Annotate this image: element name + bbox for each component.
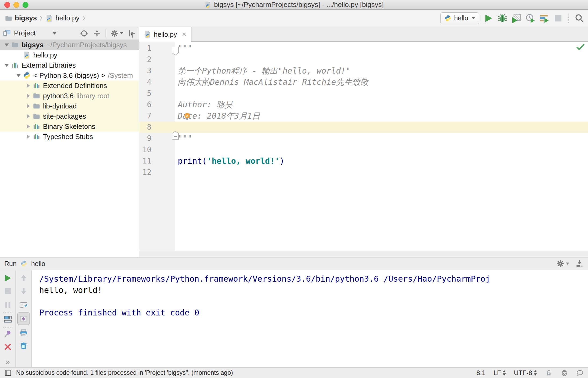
editor-line-11[interactable]: 11print('hello, world!'): [139, 155, 588, 167]
editor-line-7[interactable]: 7Date: 2018年3月1日: [139, 110, 588, 122]
zoom-button[interactable]: [23, 2, 28, 8]
feedback-bubble-icon[interactable]: [576, 369, 584, 377]
more-actions-button[interactable]: »: [5, 358, 10, 366]
breadcrumb-item-bigsys[interactable]: bigsys: [15, 14, 37, 22]
editor-line-5[interactable]: 5: [139, 88, 588, 99]
code-editor[interactable]: 1"""23第一个Python程序 - 输出"hello, world!"4向伟…: [139, 42, 588, 251]
editor-line-10[interactable]: 10: [139, 144, 588, 155]
inspection-ok-icon: [576, 42, 585, 52]
pin-tab-button[interactable]: [3, 330, 12, 338]
console-line: hello, world!: [39, 285, 588, 296]
tree-item-label: Typeshed Stubs: [43, 133, 93, 141]
tree-item-external-libraries[interactable]: External Libraries: [0, 60, 139, 70]
settings-gear-icon[interactable]: [110, 29, 119, 38]
prev-trace-button-disabled: [19, 274, 28, 282]
hide-panel-button[interactable]: [128, 29, 136, 38]
run-settings-group[interactable]: [556, 259, 569, 268]
window-title: bigsys [~/PycharmProjects/bigsys] - .../…: [214, 1, 384, 9]
collapse-all-button[interactable]: [93, 29, 101, 38]
pyfile-icon: [45, 14, 53, 22]
rerun-button[interactable]: [3, 274, 12, 282]
editor-line-3[interactable]: 3第一个Python程序 - 输出"hello, world!": [139, 65, 588, 77]
concurrency-diagram-button[interactable]: [539, 13, 549, 23]
project-settings-group[interactable]: [106, 29, 123, 38]
tab-hello-py[interactable]: hello.py ×: [139, 27, 191, 42]
tree-item-typeshed-stubs[interactable]: Typeshed Stubs: [0, 132, 139, 142]
close-panel-button[interactable]: [3, 343, 12, 351]
close-button[interactable]: [4, 2, 10, 8]
tool-window-toggle-icon[interactable]: [4, 369, 12, 377]
python-icon: [23, 72, 31, 79]
select-opened-file-button[interactable]: [80, 29, 88, 38]
tree-open-arrow-icon[interactable]: [3, 43, 10, 46]
stop-button-disabled: [553, 13, 563, 23]
tree-open-arrow-icon[interactable]: [15, 74, 22, 77]
code-text: Author: 骆昊: [174, 99, 233, 110]
tree-closed-arrow-icon[interactable]: [25, 83, 32, 88]
tree-closed-arrow-icon[interactable]: [25, 124, 32, 129]
editor-line-6[interactable]: 6Author: 骆昊: [139, 99, 588, 110]
tree-closed-arrow-icon[interactable]: [25, 135, 32, 139]
editor-line-12[interactable]: 12: [139, 167, 588, 178]
run-panel-header: Run hello: [0, 257, 588, 270]
tree-item-hello-py[interactable]: hello.py: [0, 50, 139, 60]
tree-open-arrow-icon[interactable]: [3, 64, 10, 67]
fold-region-start-icon[interactable]: [172, 46, 179, 56]
search-everywhere-button[interactable]: [575, 13, 584, 23]
close-tab-icon[interactable]: ×: [182, 31, 186, 38]
debug-button[interactable]: [498, 13, 507, 23]
chevron-right-icon: [82, 14, 86, 22]
editor-line-9[interactable]: 9""": [139, 133, 588, 144]
line-number: 9: [139, 133, 153, 144]
print-button[interactable]: [19, 329, 28, 337]
scroll-to-end-button-selected[interactable]: [17, 312, 30, 325]
line-separator-widget[interactable]: LF: [493, 369, 506, 377]
breadcrumb-item-hello-py[interactable]: hello.py: [55, 14, 79, 22]
soft-wrap-button[interactable]: [19, 301, 28, 309]
tree-item-label: bigsys: [21, 41, 43, 49]
project-panel-title[interactable]: Project: [14, 29, 36, 37]
chevron-down-icon: [471, 17, 475, 19]
tree-item-binary-skeletons[interactable]: Binary Skeletons: [0, 121, 139, 132]
next-trace-button-disabled: [19, 287, 28, 295]
clear-console-button[interactable]: [19, 341, 28, 350]
editor-line-8[interactable]: 8: [139, 122, 588, 133]
tree-closed-arrow-icon[interactable]: [25, 94, 32, 98]
run-button[interactable]: [484, 13, 493, 23]
project-tool-icon: [3, 29, 11, 37]
dock-panel-icon[interactable]: [575, 259, 584, 268]
chevron-down-icon: [566, 263, 569, 265]
chevron-down-icon[interactable]: [52, 32, 57, 35]
tree-closed-arrow-icon[interactable]: [25, 114, 32, 118]
toolbar-separator: [3, 312, 12, 313]
tree-item-python-3-6-bigsys[interactable]: < Python 3.6 (bigsys) >/System: [0, 70, 139, 81]
editor-line-4[interactable]: 4向伟大的Dennis MacAlistair Ritchie先生致敬: [139, 77, 588, 88]
editor-line-2[interactable]: 2: [139, 54, 588, 65]
intention-bulb-icon[interactable]: [183, 112, 192, 121]
lock-icon[interactable]: [545, 369, 553, 377]
profiler-button[interactable]: [525, 13, 535, 23]
scroll-to-end-icon: [19, 314, 28, 324]
run-config-selector[interactable]: hello: [440, 12, 479, 24]
stop-button-disabled: [3, 287, 12, 295]
tree-item-label: site-packages: [43, 112, 86, 121]
settings-gear-icon[interactable]: [556, 259, 565, 268]
line-number: 1: [139, 43, 153, 54]
tree-item-bigsys[interactable]: bigsys~/PycharmProjects/bigsys: [0, 40, 139, 50]
tree-item-extended-definitions[interactable]: Extended Definitions: [0, 81, 139, 91]
hector-inspections-icon[interactable]: [561, 369, 568, 377]
tree-item-lib-dynload[interactable]: lib-dynload: [0, 101, 139, 111]
fold-region-end-icon[interactable]: [172, 131, 179, 140]
folder-icon: [33, 92, 40, 100]
minimize-button[interactable]: [13, 2, 19, 8]
encoding-widget[interactable]: UTF-8: [514, 369, 537, 377]
tree-item-site-packages[interactable]: site-packages: [0, 111, 139, 121]
editor-line-1[interactable]: 1""": [139, 43, 588, 54]
console-output[interactable]: /System/Library/Frameworks/Python.framew…: [32, 270, 588, 367]
run-with-coverage-button[interactable]: [511, 13, 521, 23]
chevron-down-icon: [120, 32, 123, 34]
tree-item-python3-6[interactable]: python3.6library root: [0, 91, 139, 101]
tree-closed-arrow-icon[interactable]: [25, 104, 32, 108]
restore-layout-button[interactable]: [3, 315, 12, 324]
cursor-position[interactable]: 8:1: [477, 369, 485, 377]
